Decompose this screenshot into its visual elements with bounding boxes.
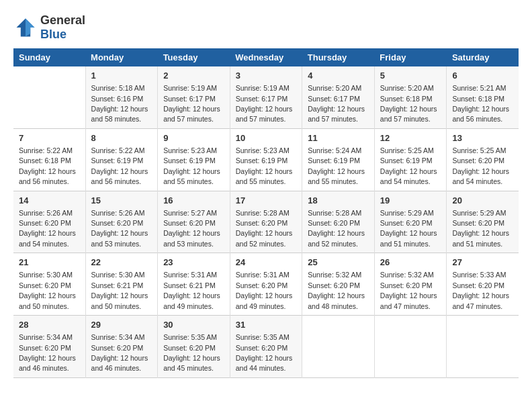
sunrise-text: Sunrise: 5:31 AMSunset: 6:20 PMDaylight:… xyxy=(236,271,293,310)
calendar-cell: 4 Sunrise: 5:20 AMSunset: 6:17 PMDayligh… xyxy=(302,66,375,128)
header-saturday: Saturday xyxy=(447,48,519,66)
header-sunday: Sunday xyxy=(13,48,85,66)
week-row-4: 21 Sunrise: 5:30 AMSunset: 6:20 PMDaylig… xyxy=(13,253,519,316)
sunrise-text: Sunrise: 5:28 AMSunset: 6:20 PMDaylight:… xyxy=(236,209,293,248)
week-row-5: 28 Sunrise: 5:34 AMSunset: 6:20 PMDaylig… xyxy=(13,316,519,378)
sunrise-text: Sunrise: 5:18 AMSunset: 6:16 PMDaylight:… xyxy=(91,84,148,123)
day-number: 22 xyxy=(91,257,152,269)
day-number: 7 xyxy=(19,132,80,144)
day-number: 27 xyxy=(452,257,513,269)
day-number: 2 xyxy=(163,70,224,82)
day-number: 4 xyxy=(308,70,369,82)
calendar-body: 1 Sunrise: 5:18 AMSunset: 6:16 PMDayligh… xyxy=(13,66,519,377)
sunrise-text: Sunrise: 5:35 AMSunset: 6:20 PMDaylight:… xyxy=(163,333,220,372)
sunrise-text: Sunrise: 5:22 AMSunset: 6:19 PMDaylight:… xyxy=(91,146,148,185)
week-row-1: 1 Sunrise: 5:18 AMSunset: 6:16 PMDayligh… xyxy=(13,66,519,128)
day-number: 6 xyxy=(452,70,513,82)
day-number: 8 xyxy=(91,132,152,144)
day-number: 24 xyxy=(236,257,297,269)
day-number: 19 xyxy=(380,195,441,207)
day-number: 14 xyxy=(19,195,80,207)
calendar-cell: 31 Sunrise: 5:35 AMSunset: 6:20 PMDaylig… xyxy=(230,316,302,378)
sunrise-text: Sunrise: 5:34 AMSunset: 6:20 PMDaylight:… xyxy=(91,333,148,372)
header-friday: Friday xyxy=(374,48,447,66)
calendar-cell: 28 Sunrise: 5:34 AMSunset: 6:20 PMDaylig… xyxy=(13,316,85,378)
calendar-cell: 19 Sunrise: 5:29 AMSunset: 6:20 PMDaylig… xyxy=(374,191,447,253)
sunrise-text: Sunrise: 5:25 AMSunset: 6:20 PMDaylight:… xyxy=(452,146,509,185)
calendar-cell: 26 Sunrise: 5:32 AMSunset: 6:20 PMDaylig… xyxy=(374,253,447,316)
sunrise-text: Sunrise: 5:19 AMSunset: 6:17 PMDaylight:… xyxy=(236,84,293,123)
header-thursday: Thursday xyxy=(302,48,375,66)
calendar-cell: 7 Sunrise: 5:22 AMSunset: 6:18 PMDayligh… xyxy=(13,128,85,191)
sunrise-text: Sunrise: 5:25 AMSunset: 6:19 PMDaylight:… xyxy=(380,146,437,185)
calendar-cell: 20 Sunrise: 5:29 AMSunset: 6:20 PMDaylig… xyxy=(447,191,519,253)
calendar-header: SundayMondayTuesdayWednesdayThursdayFrid… xyxy=(13,48,519,66)
sunrise-text: Sunrise: 5:30 AMSunset: 6:21 PMDaylight:… xyxy=(91,271,148,310)
day-number: 25 xyxy=(308,257,369,269)
day-number: 16 xyxy=(163,195,224,207)
calendar-cell: 27 Sunrise: 5:33 AMSunset: 6:20 PMDaylig… xyxy=(447,253,519,316)
calendar-cell: 21 Sunrise: 5:30 AMSunset: 6:20 PMDaylig… xyxy=(13,253,85,316)
day-number: 1 xyxy=(91,70,152,82)
calendar-cell: 29 Sunrise: 5:34 AMSunset: 6:20 PMDaylig… xyxy=(85,316,158,378)
sunrise-text: Sunrise: 5:23 AMSunset: 6:19 PMDaylight:… xyxy=(236,146,293,185)
calendar-cell: 23 Sunrise: 5:31 AMSunset: 6:21 PMDaylig… xyxy=(158,253,230,316)
day-number: 21 xyxy=(19,257,80,269)
sunrise-text: Sunrise: 5:26 AMSunset: 6:20 PMDaylight:… xyxy=(19,209,76,248)
sunrise-text: Sunrise: 5:23 AMSunset: 6:19 PMDaylight:… xyxy=(163,146,220,185)
sunrise-text: Sunrise: 5:22 AMSunset: 6:18 PMDaylight:… xyxy=(19,146,76,185)
calendar-cell: 6 Sunrise: 5:21 AMSunset: 6:18 PMDayligh… xyxy=(447,66,519,128)
sunrise-text: Sunrise: 5:20 AMSunset: 6:18 PMDaylight:… xyxy=(380,84,437,123)
calendar-cell xyxy=(374,316,447,378)
sunrise-text: Sunrise: 5:26 AMSunset: 6:20 PMDaylight:… xyxy=(91,209,148,248)
sunrise-text: Sunrise: 5:21 AMSunset: 6:18 PMDaylight:… xyxy=(452,84,509,123)
calendar-cell xyxy=(447,316,519,378)
calendar-table: SundayMondayTuesdayWednesdayThursdayFrid… xyxy=(13,48,519,378)
sunrise-text: Sunrise: 5:28 AMSunset: 6:20 PMDaylight:… xyxy=(308,209,365,248)
calendar-cell: 11 Sunrise: 5:24 AMSunset: 6:19 PMDaylig… xyxy=(302,128,375,191)
sunrise-text: Sunrise: 5:33 AMSunset: 6:20 PMDaylight:… xyxy=(452,271,509,310)
calendar-cell: 8 Sunrise: 5:22 AMSunset: 6:19 PMDayligh… xyxy=(85,128,158,191)
sunrise-text: Sunrise: 5:31 AMSunset: 6:21 PMDaylight:… xyxy=(163,271,220,310)
sunrise-text: Sunrise: 5:19 AMSunset: 6:17 PMDaylight:… xyxy=(163,84,220,123)
sunrise-text: Sunrise: 5:30 AMSunset: 6:20 PMDaylight:… xyxy=(19,271,76,310)
calendar-cell: 2 Sunrise: 5:19 AMSunset: 6:17 PMDayligh… xyxy=(158,66,230,128)
day-number: 5 xyxy=(380,70,441,82)
day-number: 3 xyxy=(236,70,297,82)
calendar-cell: 14 Sunrise: 5:26 AMSunset: 6:20 PMDaylig… xyxy=(13,191,85,253)
day-number: 30 xyxy=(163,319,224,331)
day-number: 13 xyxy=(452,132,513,144)
sunrise-text: Sunrise: 5:32 AMSunset: 6:20 PMDaylight:… xyxy=(380,271,437,310)
day-number: 23 xyxy=(163,257,224,269)
calendar-cell: 17 Sunrise: 5:28 AMSunset: 6:20 PMDaylig… xyxy=(230,191,302,253)
sunrise-text: Sunrise: 5:29 AMSunset: 6:20 PMDaylight:… xyxy=(452,209,509,248)
calendar-cell: 12 Sunrise: 5:25 AMSunset: 6:19 PMDaylig… xyxy=(374,128,447,191)
calendar-cell: 10 Sunrise: 5:23 AMSunset: 6:19 PMDaylig… xyxy=(230,128,302,191)
calendar-cell: 22 Sunrise: 5:30 AMSunset: 6:21 PMDaylig… xyxy=(85,253,158,316)
logo-text: General Blue xyxy=(40,13,85,42)
calendar-cell: 16 Sunrise: 5:27 AMSunset: 6:20 PMDaylig… xyxy=(158,191,230,253)
week-row-3: 14 Sunrise: 5:26 AMSunset: 6:20 PMDaylig… xyxy=(13,191,519,253)
day-number: 10 xyxy=(236,132,297,144)
sunrise-text: Sunrise: 5:34 AMSunset: 6:20 PMDaylight:… xyxy=(19,333,76,372)
day-number: 17 xyxy=(236,195,297,207)
header-tuesday: Tuesday xyxy=(158,48,230,66)
calendar-cell xyxy=(13,66,85,128)
day-number: 12 xyxy=(380,132,441,144)
calendar-cell: 24 Sunrise: 5:31 AMSunset: 6:20 PMDaylig… xyxy=(230,253,302,316)
calendar-cell: 13 Sunrise: 5:25 AMSunset: 6:20 PMDaylig… xyxy=(447,128,519,191)
sunrise-text: Sunrise: 5:29 AMSunset: 6:20 PMDaylight:… xyxy=(380,209,437,248)
calendar-cell: 18 Sunrise: 5:28 AMSunset: 6:20 PMDaylig… xyxy=(302,191,375,253)
header: General Blue xyxy=(13,13,519,42)
week-row-2: 7 Sunrise: 5:22 AMSunset: 6:18 PMDayligh… xyxy=(13,128,519,191)
header-wednesday: Wednesday xyxy=(230,48,302,66)
sunrise-text: Sunrise: 5:24 AMSunset: 6:19 PMDaylight:… xyxy=(308,146,365,185)
calendar-cell: 30 Sunrise: 5:35 AMSunset: 6:20 PMDaylig… xyxy=(158,316,230,378)
calendar-cell: 5 Sunrise: 5:20 AMSunset: 6:18 PMDayligh… xyxy=(374,66,447,128)
day-number: 9 xyxy=(163,132,224,144)
calendar-cell: 15 Sunrise: 5:26 AMSunset: 6:20 PMDaylig… xyxy=(85,191,158,253)
calendar-cell: 9 Sunrise: 5:23 AMSunset: 6:19 PMDayligh… xyxy=(158,128,230,191)
calendar-cell: 3 Sunrise: 5:19 AMSunset: 6:17 PMDayligh… xyxy=(230,66,302,128)
day-number: 20 xyxy=(452,195,513,207)
calendar-cell xyxy=(302,316,375,378)
